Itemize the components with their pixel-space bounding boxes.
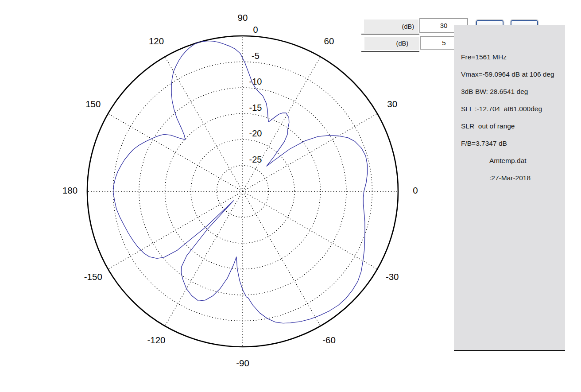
radial-tick-label--5: -5: [252, 51, 260, 61]
radiation-pattern-curve: [113, 41, 368, 323]
polar-grid-spoke: [165, 57, 243, 191]
angle-label-180: 180: [62, 185, 77, 195]
info-3db-bw: 3dB BW: 28.6541 deg: [454, 83, 565, 100]
polar-grid-spoke: [108, 114, 243, 192]
radial-tick-label-0: 0: [253, 25, 258, 35]
range-db-label: (dB): [364, 19, 418, 33]
angle-label-150: 150: [85, 99, 101, 109]
info-fb-ratio: F/B=3.7347 dB: [454, 135, 565, 152]
polar-grid-spoke: [243, 191, 321, 326]
step-row-underline: [361, 51, 419, 52]
angle-label--90: -90: [236, 358, 249, 368]
info-date: :27-Mar-2018: [454, 169, 565, 186]
step-db-label: (dB): [364, 37, 419, 50]
radial-tick-label--15: -15: [249, 103, 262, 113]
angle-label-90: 90: [238, 12, 248, 23]
info-filename: Amtemp.dat: [454, 152, 565, 169]
polar-plot: 0306090120150180-150-120-90-60-300-5-10-…: [0, 0, 448, 392]
angle-label-30: 30: [387, 99, 397, 109]
info-frequency: Fre=1561 MHz: [454, 48, 565, 66]
angle-label-120: 120: [149, 36, 164, 46]
info-sll: SLL :-12.704 at61.000deg: [454, 100, 565, 117]
radial-tick-label--20: -20: [249, 128, 262, 138]
polar-grid-spoke: [243, 114, 377, 192]
info-vmax: Vmax=-59.0964 dB at 106 deg: [454, 66, 565, 83]
radial-tick-label--10: -10: [249, 77, 262, 86]
antenna-pattern-app: 0306090120150180-150-120-90-60-300-5-10-…: [0, 0, 581, 392]
angle-label-0: 0: [413, 185, 418, 195]
range-row-underline: [361, 34, 419, 35]
angle-label--30: -30: [386, 272, 399, 282]
info-slr: SLR out of range: [454, 117, 565, 135]
measurement-info-panel: Fre=1561 MHz Vmax=-59.0964 dB at 106 deg…: [454, 25, 565, 351]
angle-label--150: -150: [84, 272, 102, 282]
angle-label-60: 60: [324, 36, 334, 46]
polar-grid-spoke: [243, 191, 377, 269]
angle-label--120: -120: [147, 335, 165, 345]
radial-tick-label--25: -25: [249, 155, 262, 164]
angle-label--60: -60: [322, 335, 336, 345]
